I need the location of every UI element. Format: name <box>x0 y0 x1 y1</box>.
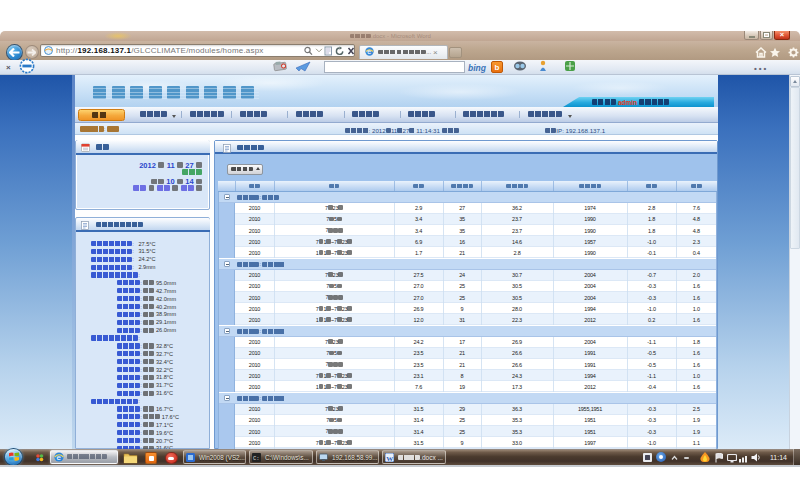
svg-text:W: W <box>386 454 393 462</box>
svg-text:C:: C: <box>253 455 260 462</box>
svg-text:e: e <box>367 48 371 55</box>
svg-text:e: e <box>56 453 61 462</box>
